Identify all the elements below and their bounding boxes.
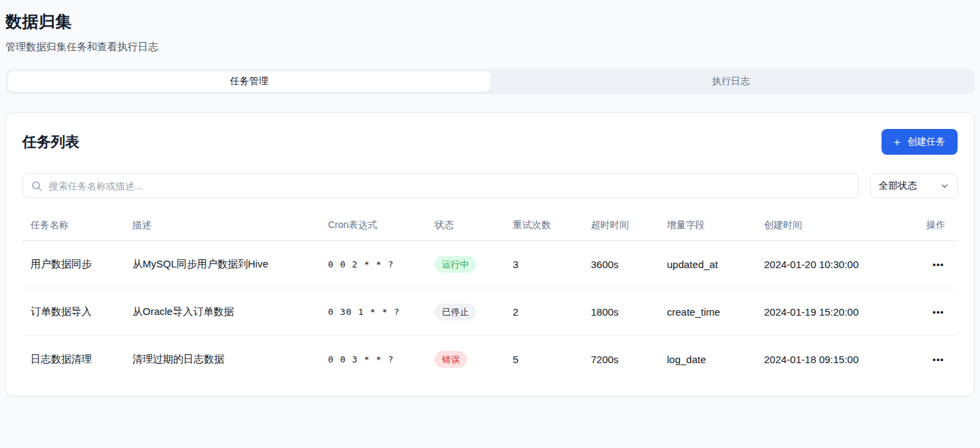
status-badge: 已停止 — [435, 303, 476, 320]
task-retries: 5 — [505, 336, 583, 384]
panel-title: 任务列表 — [22, 132, 79, 151]
search-input[interactable] — [49, 181, 850, 191]
tab-bar: 任务管理 执行日志 — [5, 69, 975, 94]
task-incremental-field: log_date — [659, 336, 756, 384]
plus-icon: + — [894, 136, 901, 148]
task-incremental-field: updated_at — [659, 241, 756, 288]
task-retries: 3 — [505, 241, 583, 288]
chevron-down-icon — [941, 182, 949, 190]
filter-row: 全部状态 — [22, 173, 958, 198]
column-header-name: 任务名称 — [22, 208, 124, 241]
column-header-actions: 操作 — [892, 208, 958, 241]
task-timeout: 3600s — [583, 241, 659, 288]
column-header-incremental-field: 增量字段 — [659, 208, 756, 241]
create-task-button[interactable]: + 创建任务 — [882, 129, 958, 155]
tab-task-management[interactable]: 任务管理 — [8, 71, 490, 92]
column-header-status: 状态 — [427, 208, 505, 241]
row-actions-button[interactable]: ••• — [931, 352, 945, 367]
page: 数据归集 管理数据归集任务和查看执行日志 任务管理 执行日志 任务列表 + 创建… — [0, 0, 980, 396]
row-actions-button[interactable]: ••• — [931, 257, 945, 272]
tab-execution-logs[interactable]: 执行日志 — [490, 71, 973, 92]
task-cron: 0 0 3 * * ? — [320, 336, 427, 384]
task-created-at: 2024-01-18 09:15:00 — [756, 336, 892, 384]
status-filter-value: 全部状态 — [879, 180, 917, 192]
task-table-header: 任务名称 描述 Cron表达式 状态 重试次数 超时时间 增量字段 创建时间 操… — [22, 208, 958, 241]
page-title: 数据归集 — [5, 11, 975, 33]
row-actions-button[interactable]: ••• — [931, 305, 945, 319]
task-table: 任务名称 描述 Cron表达式 状态 重试次数 超时时间 增量字段 创建时间 操… — [22, 208, 958, 383]
task-cron: 0 0 2 * * ? — [320, 241, 427, 288]
task-name: 订单数据导入 — [22, 288, 124, 336]
page-subtitle: 管理数据归集任务和查看执行日志 — [5, 41, 975, 54]
status-badge: 运行中 — [435, 256, 476, 273]
card-header: 任务列表 + 创建任务 — [22, 129, 958, 155]
task-timeout: 7200s — [583, 336, 659, 384]
task-description: 从MySQL同步用户数据到Hive — [124, 241, 320, 288]
task-name: 日志数据清理 — [22, 336, 124, 384]
task-retries: 2 — [505, 288, 583, 336]
task-cron: 0 30 1 * * ? — [320, 288, 427, 336]
table-row: 日志数据清理 清理过期的日志数据 0 0 3 * * ? 错误 5 7200s … — [22, 336, 958, 384]
task-timeout: 1800s — [583, 288, 659, 336]
table-row: 用户数据同步 从MySQL同步用户数据到Hive 0 0 2 * * ? 运行中… — [22, 241, 958, 288]
task-description: 从Oracle导入订单数据 — [124, 288, 320, 336]
column-header-retries: 重试次数 — [505, 208, 583, 241]
task-created-at: 2024-01-20 10:30:00 — [756, 241, 892, 288]
column-header-created-at: 创建时间 — [756, 208, 892, 241]
search-box[interactable] — [22, 173, 859, 198]
task-name: 用户数据同步 — [22, 241, 124, 288]
column-header-timeout: 超时时间 — [583, 208, 659, 241]
column-header-description: 描述 — [124, 208, 320, 241]
page-header: 数据归集 管理数据归集任务和查看执行日志 — [5, 11, 975, 54]
table-row: 订单数据导入 从Oracle导入订单数据 0 30 1 * * ? 已停止 2 … — [22, 288, 958, 336]
status-filter-select[interactable]: 全部状态 — [870, 173, 958, 198]
status-badge: 错误 — [435, 351, 467, 368]
create-task-label: 创建任务 — [907, 136, 945, 148]
task-incremental-field: create_time — [659, 288, 756, 336]
task-created-at: 2024-01-19 15:20:00 — [756, 288, 892, 336]
task-description: 清理过期的日志数据 — [124, 336, 320, 384]
task-list-card: 任务列表 + 创建任务 全部状态 — [5, 112, 975, 396]
search-icon — [31, 181, 42, 191]
column-header-cron: Cron表达式 — [320, 208, 427, 241]
